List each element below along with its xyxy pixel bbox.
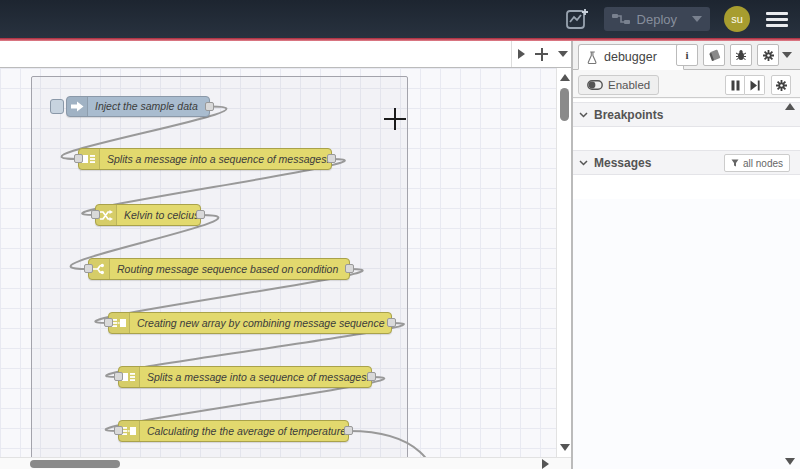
- header-bar: Deploy su: [0, 0, 800, 38]
- output-port[interactable]: [367, 372, 376, 381]
- flow-node-split[interactable]: Splits a message into a sequence of mess…: [78, 148, 332, 170]
- messages-empty-list: [573, 199, 800, 469]
- deploy-nodes-icon: [612, 12, 630, 26]
- deploy-label: Deploy: [637, 12, 677, 27]
- sidebar-tabrow: debugger i: [573, 41, 800, 70]
- flow-node-inject[interactable]: Inject the sample data: [66, 96, 210, 117]
- chevron-down-icon: [579, 160, 588, 166]
- flow-canvas[interactable]: Inject the sample dataSplits a message i…: [0, 68, 556, 457]
- pause-icon: [731, 80, 740, 91]
- output-port[interactable]: [196, 210, 205, 219]
- messages-section-header[interactable]: Messages all nodes: [573, 150, 800, 175]
- chevron-down-icon: [579, 112, 588, 118]
- flow-node-join[interactable]: Creating new array by combining message …: [108, 312, 392, 334]
- horizontal-scroll-thumb[interactable]: [30, 460, 120, 468]
- crosshair-cursor: [384, 108, 406, 130]
- info-icon: i: [681, 49, 693, 61]
- step-next-icon: [750, 80, 760, 91]
- messages-label: Messages: [594, 156, 651, 170]
- debugger-settings-button[interactable]: [771, 75, 791, 95]
- deploy-button[interactable]: Deploy: [604, 7, 710, 31]
- gear-icon: [775, 79, 788, 92]
- input-port[interactable]: [74, 154, 83, 163]
- flow-list-icon[interactable]: [558, 51, 568, 57]
- vertical-scroll-thumb[interactable]: [560, 88, 569, 121]
- debugger-panel: Breakpoints Messages all nodes: [573, 99, 800, 469]
- user-avatar[interactable]: su: [724, 6, 750, 32]
- breakpoints-section-header[interactable]: Breakpoints: [573, 102, 800, 127]
- svg-text:i: i: [685, 49, 688, 61]
- filter-label: all nodes: [743, 158, 783, 169]
- flask-icon: [587, 51, 598, 64]
- output-port[interactable]: [344, 426, 353, 435]
- scroll-tabs-right-icon[interactable]: [518, 49, 525, 59]
- node-label: Splits a message into a sequence of mess…: [119, 367, 371, 387]
- inject-trigger-button[interactable]: [50, 99, 64, 114]
- deploy-dropdown-icon[interactable]: [692, 16, 702, 22]
- inject-arrow-icon: [67, 97, 88, 116]
- settings-tab-button[interactable]: [757, 44, 779, 66]
- help-tab-button[interactable]: [703, 44, 725, 66]
- canvas-vertical-scrollbar[interactable]: [556, 68, 571, 457]
- flow-node-change[interactable]: Kelvin to celcius: [95, 204, 201, 226]
- gear-icon: [762, 49, 775, 62]
- output-port[interactable]: [205, 102, 214, 111]
- toggle-on-icon: [587, 80, 603, 90]
- scroll-down-icon[interactable]: [560, 444, 570, 451]
- input-port[interactable]: [104, 318, 113, 327]
- debug-tab-button[interactable]: [730, 44, 752, 66]
- pause-button[interactable]: [725, 75, 745, 95]
- node-label: Creating new array by combining message …: [109, 313, 391, 333]
- output-port[interactable]: [345, 264, 354, 273]
- step-button[interactable]: [745, 75, 765, 95]
- sidebar-scroll-up-icon[interactable]: [785, 103, 795, 110]
- assistant-icon[interactable]: [564, 6, 590, 32]
- tab-debugger-label: debugger: [604, 50, 657, 64]
- add-flow-button[interactable]: [535, 48, 548, 61]
- debugger-enabled-toggle[interactable]: Enabled: [578, 75, 659, 95]
- scroll-up-icon[interactable]: [560, 74, 570, 81]
- breakpoints-label: Breakpoints: [594, 108, 663, 122]
- canvas-horizontal-scrollbar[interactable]: [0, 457, 571, 469]
- flow-node-switch[interactable]: Routing message sequence based on condit…: [88, 258, 350, 280]
- output-port[interactable]: [387, 318, 396, 327]
- sidebar-tabs-dropdown-icon[interactable]: [782, 52, 792, 58]
- flow-tabbar: [0, 41, 571, 68]
- node-label: Calculating the the average of temperatu…: [119, 421, 348, 441]
- enabled-label: Enabled: [608, 79, 650, 91]
- flow-node-split[interactable]: Splits a message into a sequence of mess…: [118, 366, 372, 388]
- input-port[interactable]: [114, 372, 123, 381]
- node-label: Inject the sample data: [67, 97, 209, 116]
- scroll-right-icon[interactable]: [542, 459, 549, 469]
- node-label: Splits a message into a sequence of mess…: [79, 149, 331, 169]
- breakpoints-empty-list: [573, 127, 800, 150]
- sidebar-scroll-down-icon[interactable]: [785, 458, 795, 465]
- input-port[interactable]: [84, 264, 93, 273]
- funnel-icon: [731, 159, 739, 167]
- input-port[interactable]: [114, 426, 123, 435]
- debugger-toolbar: Enabled: [573, 71, 800, 98]
- info-tab-button[interactable]: i: [676, 44, 698, 66]
- output-port[interactable]: [327, 154, 336, 163]
- messages-filter-button[interactable]: all nodes: [724, 154, 790, 172]
- input-port[interactable]: [91, 210, 100, 219]
- flow-node-join[interactable]: Calculating the the average of temperatu…: [118, 420, 349, 442]
- tab-debugger[interactable]: debugger: [578, 44, 684, 70]
- bug-icon: [735, 49, 747, 62]
- wire[interactable]: [349, 431, 446, 457]
- sidebar: debugger i: [571, 41, 800, 469]
- node-label: Routing message sequence based on condit…: [89, 259, 349, 279]
- node-red-app: Deploy su Inject the sample dataSplits a…: [0, 0, 800, 469]
- main-menu-icon[interactable]: [764, 8, 790, 31]
- book-icon: [708, 49, 721, 61]
